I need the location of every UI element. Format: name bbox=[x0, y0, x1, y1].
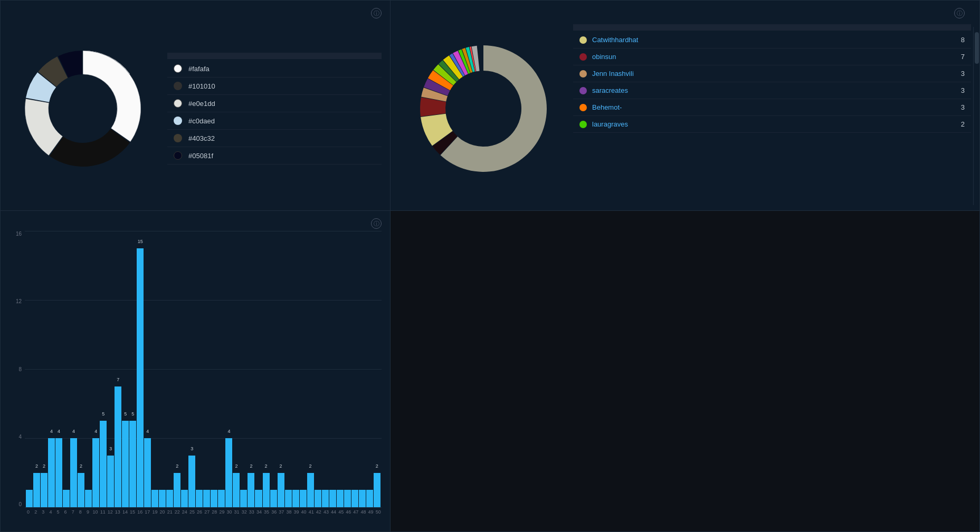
bar-34[interactable] bbox=[255, 490, 262, 507]
bar-40[interactable] bbox=[300, 490, 307, 507]
bar-label-25: 3 bbox=[191, 446, 193, 451]
bar-2[interactable]: 2 bbox=[33, 473, 40, 508]
bar-25[interactable]: 3 bbox=[188, 456, 195, 507]
shop-dot-lauragraves bbox=[579, 121, 587, 128]
shops-donut-container bbox=[399, 30, 568, 188]
bar-29[interactable] bbox=[218, 490, 225, 507]
bar-49[interactable] bbox=[366, 490, 373, 507]
bar-label-12: 3 bbox=[109, 446, 112, 451]
legend-dot-101010 bbox=[174, 82, 182, 90]
bar-5[interactable]: 4 bbox=[55, 438, 62, 507]
bar-20[interactable] bbox=[159, 490, 166, 507]
shops-row-jenn: Jenn Inashvili 3 bbox=[573, 65, 971, 82]
tshirt-donut-container bbox=[9, 30, 157, 188]
y-label-4: 4 bbox=[9, 434, 24, 440]
bar-16[interactable]: 15 bbox=[137, 248, 144, 507]
shop-dot-jenn bbox=[579, 70, 587, 78]
bar-43[interactable] bbox=[322, 490, 329, 507]
tshirt-info-icon[interactable]: ⓘ bbox=[371, 8, 382, 18]
tags-bars: 224442453755154234222222 bbox=[25, 231, 382, 507]
bar-15[interactable]: 5 bbox=[129, 421, 136, 507]
bar-3[interactable]: 2 bbox=[41, 473, 47, 508]
bar-7[interactable]: 4 bbox=[70, 438, 77, 507]
x-label-19: 19 bbox=[151, 509, 158, 515]
bar-47[interactable] bbox=[351, 490, 358, 507]
bar-21[interactable] bbox=[166, 490, 173, 507]
shop-name-jenn[interactable]: Jenn Inashvili bbox=[592, 70, 961, 78]
bar-36[interactable] bbox=[270, 490, 277, 507]
bar-label-15: 5 bbox=[131, 411, 134, 417]
x-label-28: 28 bbox=[211, 509, 218, 515]
x-label-42: 42 bbox=[315, 509, 322, 515]
x-label-33: 33 bbox=[248, 509, 255, 515]
bar-48[interactable] bbox=[359, 490, 366, 507]
x-label-47: 47 bbox=[353, 509, 359, 515]
bar-42[interactable] bbox=[315, 490, 321, 507]
bar-0[interactable] bbox=[26, 490, 33, 507]
bar-22[interactable]: 2 bbox=[174, 473, 180, 508]
bar-31[interactable]: 2 bbox=[233, 473, 240, 508]
bar-6[interactable] bbox=[63, 490, 70, 507]
shops-info-icon[interactable]: ⓘ bbox=[954, 8, 965, 18]
shop-name-catwithhardhat[interactable]: Catwithhardhat bbox=[592, 36, 961, 44]
shop-name-lauragraves[interactable]: lauragraves bbox=[592, 120, 961, 128]
bar-33[interactable]: 2 bbox=[248, 473, 254, 508]
bar-19[interactable] bbox=[151, 490, 158, 507]
x-label-21: 21 bbox=[166, 509, 173, 515]
bar-8[interactable]: 2 bbox=[78, 473, 84, 508]
bar-44[interactable] bbox=[329, 490, 336, 507]
shops-scrollbar[interactable] bbox=[973, 27, 979, 205]
x-label-14: 14 bbox=[121, 509, 128, 515]
y-label-16: 16 bbox=[9, 231, 24, 237]
bottom-right-panel bbox=[391, 211, 980, 532]
bar-45[interactable] bbox=[337, 490, 344, 507]
x-label-40: 40 bbox=[300, 509, 307, 515]
bar-30[interactable]: 4 bbox=[225, 438, 232, 507]
bar-39[interactable] bbox=[292, 490, 299, 507]
legend-dot-c0daed bbox=[174, 117, 182, 125]
bar-10[interactable]: 4 bbox=[92, 438, 99, 507]
bar-50[interactable]: 2 bbox=[374, 473, 380, 508]
bar-27[interactable] bbox=[203, 490, 210, 507]
legend-label-e0e1dd: #e0e1dd bbox=[188, 100, 215, 108]
x-label-34: 34 bbox=[255, 509, 262, 515]
bar-4[interactable]: 4 bbox=[48, 438, 55, 507]
bar-32[interactable] bbox=[240, 490, 247, 507]
bar-13[interactable]: 7 bbox=[115, 386, 121, 507]
tags-info-icon[interactable]: ⓘ bbox=[371, 218, 382, 229]
tags-y-axis: 16 12 8 4 0 bbox=[9, 231, 24, 507]
bar-label-33: 2 bbox=[250, 463, 252, 469]
shops-row-behemot: Behemot- 3 bbox=[573, 99, 971, 116]
bar-17[interactable]: 4 bbox=[144, 438, 151, 507]
bar-35[interactable]: 2 bbox=[263, 473, 270, 508]
bar-12[interactable]: 3 bbox=[107, 456, 114, 507]
legend-label-05081f: #05081f bbox=[188, 152, 213, 160]
shops-monopoly-panel: ⓘ Catwithhardhat 8 obinsun 7 bbox=[391, 0, 980, 211]
bar-37[interactable]: 2 bbox=[278, 473, 284, 508]
shops-row-saracreates: saracreates 3 bbox=[573, 82, 971, 99]
bar-26[interactable] bbox=[196, 490, 203, 507]
bar-41[interactable]: 2 bbox=[307, 473, 314, 508]
x-label-12: 12 bbox=[107, 509, 113, 515]
bar-46[interactable] bbox=[344, 490, 351, 507]
bar-28[interactable] bbox=[211, 490, 217, 507]
tshirt-colors-panel: ⓘ bbox=[0, 0, 391, 211]
x-label-48: 48 bbox=[360, 509, 367, 515]
bar-14[interactable]: 5 bbox=[122, 421, 129, 507]
bar-11[interactable]: 5 bbox=[100, 421, 107, 507]
bar-9[interactable] bbox=[85, 490, 92, 507]
shops-row-lauragraves: lauragraves 2 bbox=[573, 116, 971, 133]
x-label-11: 11 bbox=[99, 509, 106, 515]
shop-items-lauragraves: 2 bbox=[961, 120, 965, 128]
bar-24[interactable] bbox=[181, 490, 188, 507]
shop-name-saracreates[interactable]: saracreates bbox=[592, 86, 961, 94]
bar-label-14: 5 bbox=[124, 411, 127, 417]
legend-dot-e0e1dd bbox=[174, 99, 182, 108]
legend-dot-fafafa bbox=[174, 64, 182, 73]
shop-name-behemot[interactable]: Behemot- bbox=[592, 103, 961, 111]
x-label-37: 37 bbox=[278, 509, 285, 515]
bar-38[interactable] bbox=[285, 490, 292, 507]
bar-label-30: 4 bbox=[227, 429, 230, 434]
shops-scrollbar-thumb[interactable] bbox=[975, 32, 979, 64]
shop-name-obinsun[interactable]: obinsun bbox=[592, 53, 961, 61]
